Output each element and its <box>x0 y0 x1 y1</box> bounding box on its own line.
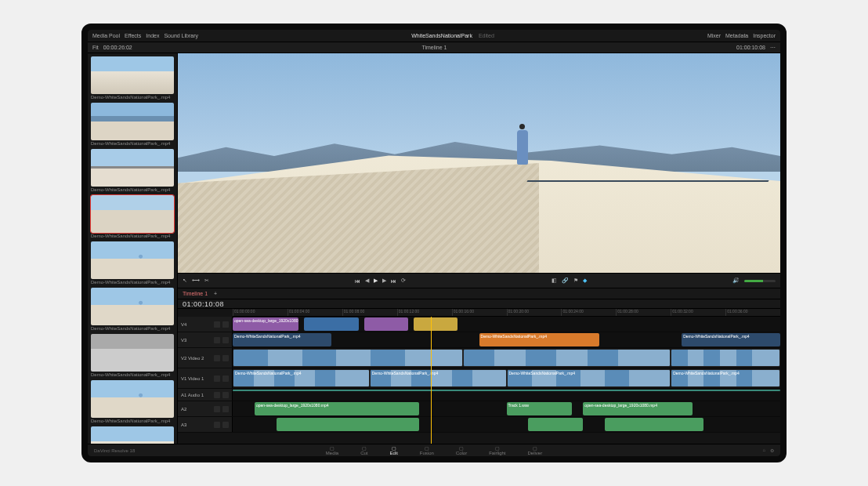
clip[interactable] <box>364 317 408 331</box>
selection-mode-icon[interactable]: ↖ <box>183 277 187 284</box>
step-forward-icon[interactable]: ▶ <box>382 277 386 284</box>
track-header[interactable]: V3 <box>178 332 233 347</box>
track-header[interactable]: A2 <box>178 401 233 416</box>
clip[interactable]: Demo-WhiteSandsNationalPark_.mp4 <box>479 333 600 346</box>
track-body[interactable] <box>233 417 780 432</box>
track-header[interactable]: V1 Video 1 <box>178 368 233 388</box>
page-fairlight[interactable]: ▢Fairlight <box>489 445 505 455</box>
clip[interactable]: open-sea-desktop_large_1920x1080.mp4 <box>255 402 419 415</box>
clip[interactable] <box>463 349 671 367</box>
track-header[interactable]: A1 Audio 1 <box>178 389 233 401</box>
lock-icon[interactable] <box>214 406 220 412</box>
mute-icon[interactable] <box>222 337 229 343</box>
loop-icon[interactable]: ⟳ <box>401 277 406 284</box>
media-thumb-label: Demo-WhiteSandsNationalPark_.mp4 <box>91 141 174 146</box>
timeline-ruler[interactable]: 01:00:00:0001:00:04:0001:00:08:0001:00:1… <box>233 309 780 317</box>
mute-icon[interactable] <box>222 422 229 428</box>
media-thumb[interactable] <box>91 426 174 444</box>
clip[interactable] <box>233 390 780 391</box>
playhead[interactable] <box>431 317 432 444</box>
track-header[interactable]: V2 Video 2 <box>178 348 233 368</box>
lock-icon[interactable] <box>214 355 220 361</box>
media-thumb[interactable] <box>91 195 174 233</box>
effects-button[interactable]: Effects <box>125 33 141 38</box>
media-thumb[interactable] <box>91 380 174 418</box>
flag-icon[interactable]: ⚑ <box>573 277 578 284</box>
media-thumb[interactable] <box>91 288 174 325</box>
volume-slider[interactable] <box>744 280 776 282</box>
inspector-button[interactable]: Inspector <box>753 33 776 38</box>
media-thumb[interactable] <box>91 334 174 372</box>
clip[interactable]: Demo-WhiteSandsNationalPark_.mp4 <box>671 369 780 387</box>
timeline-tab[interactable]: Timeline 1 <box>183 291 208 296</box>
clip[interactable]: Track 1.wav <box>507 402 573 415</box>
clip[interactable] <box>277 418 419 431</box>
clip[interactable]: Demo-WhiteSandsNationalPark_.mp4 <box>233 333 331 346</box>
marker-icon[interactable]: ◆ <box>583 277 587 284</box>
mute-icon[interactable] <box>222 375 229 382</box>
timeline-name-dropdown[interactable]: Timeline 1 <box>421 45 447 50</box>
track-body[interactable] <box>233 348 780 368</box>
mute-icon[interactable] <box>222 392 229 398</box>
clip[interactable] <box>414 317 458 331</box>
clip[interactable]: Demo-WhiteSandsNationalPark_.mp4 <box>507 369 671 387</box>
sound-library-button[interactable]: Sound Library <box>164 33 198 38</box>
media-thumb[interactable] <box>91 149 174 187</box>
clip[interactable]: Demo-WhiteSandsNationalPark_.mp4 <box>370 369 507 387</box>
track-body[interactable] <box>233 389 780 401</box>
page-media[interactable]: ▢Media <box>326 445 338 455</box>
track-body[interactable]: open-sea-desktop_large_1920x1080.mp4 <box>233 317 780 332</box>
trim-mode-icon[interactable]: ⟷ <box>192 277 200 284</box>
clip[interactable] <box>528 418 583 431</box>
track-header[interactable]: V4 <box>178 317 233 332</box>
metadata-button[interactable]: Metadata <box>725 33 748 38</box>
lock-icon[interactable] <box>214 321 220 328</box>
page-edit[interactable]: ▢Edit <box>389 445 397 455</box>
lock-icon[interactable] <box>214 375 220 382</box>
page-cut[interactable]: ▢Cut <box>360 445 367 455</box>
media-thumb[interactable] <box>91 56 174 94</box>
lock-icon[interactable] <box>214 392 220 398</box>
clip[interactable]: Demo-WhiteSandsNationalPark_.mp4 <box>233 369 370 387</box>
viewer-options-icon[interactable]: ⋯ <box>770 45 776 51</box>
media-pool-button[interactable]: Media Pool <box>92 33 120 38</box>
fit-dropdown[interactable]: Fit <box>92 45 99 50</box>
play-icon[interactable]: ▶ <box>374 277 378 284</box>
mute-icon[interactable] <box>222 355 229 361</box>
track-body[interactable]: Demo-WhiteSandsNationalPark_.mp4Demo-Whi… <box>233 368 780 388</box>
clip[interactable]: open-sea-desktop_large_1920x1080.mp4 <box>583 402 693 415</box>
page-fusion[interactable]: ▢Fusion <box>420 445 434 455</box>
timeline-tracks[interactable]: V4 open-sea-desktop_large_1920x1080.mp4V… <box>178 317 780 444</box>
track-body[interactable]: Demo-WhiteSandsNationalPark_.mp4Demo-Whi… <box>233 332 780 347</box>
page-color[interactable]: ▢Color <box>456 445 467 455</box>
step-back-icon[interactable]: ◀ <box>365 277 369 284</box>
add-timeline-icon[interactable]: + <box>214 291 217 296</box>
prev-clip-icon[interactable]: ⏮ <box>355 278 360 284</box>
clip[interactable] <box>304 317 359 331</box>
track-header[interactable]: A3 <box>178 417 233 432</box>
index-button[interactable]: Index <box>146 33 159 38</box>
page-deliver[interactable]: ▢Deliver <box>528 445 543 455</box>
viewer[interactable] <box>178 53 780 273</box>
link-icon[interactable]: 🔗 <box>562 277 569 284</box>
next-clip-icon[interactable]: ⏭ <box>391 278 396 284</box>
mixer-button[interactable]: Mixer <box>707 33 721 38</box>
clip[interactable] <box>671 349 780 367</box>
track-body[interactable]: open-sea-desktop_large_1920x1080.mp4Trac… <box>233 401 780 416</box>
lock-icon[interactable] <box>214 422 220 428</box>
clip[interactable] <box>233 349 463 367</box>
lock-icon[interactable] <box>214 337 220 343</box>
mute-icon[interactable] <box>222 321 229 328</box>
media-thumb[interactable] <box>91 103 174 140</box>
end-timecode: 01:00:10:08 <box>736 45 765 50</box>
clip[interactable] <box>605 418 703 431</box>
media-thumb[interactable] <box>91 241 174 279</box>
project-settings-icon[interactable]: ⚙ <box>770 448 774 453</box>
home-icon[interactable]: ⌂ <box>762 448 765 453</box>
clip[interactable]: open-sea-desktop_large_1920x1080.mp4 <box>233 317 298 331</box>
clip[interactable]: Demo-WhiteSandsNationalPark_.mp4 <box>682 333 780 346</box>
mute-icon[interactable] <box>222 406 229 412</box>
volume-icon[interactable]: 🔊 <box>732 277 740 284</box>
snap-icon[interactable]: ◧ <box>552 277 557 284</box>
blade-mode-icon[interactable]: ✂ <box>204 277 209 284</box>
